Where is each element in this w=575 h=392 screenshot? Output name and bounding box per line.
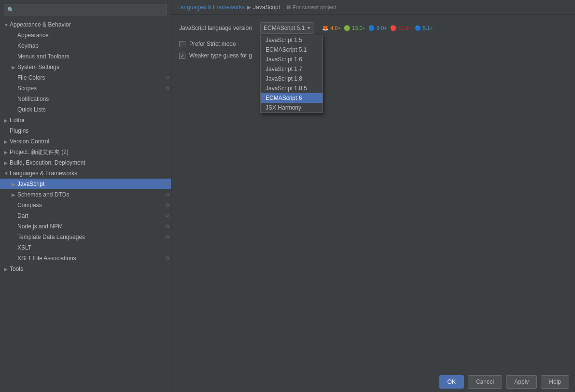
sidebar-label-xslt-file-assoc: XSLT File Associations [17, 255, 164, 262]
copy-icon-schemas-dtds: ⧉ [166, 192, 169, 197]
sidebar-item-xslt[interactable]: XSLT [0, 242, 171, 253]
project-label: For current project [293, 4, 336, 10]
sidebar-item-menus-toolbars[interactable]: Menus and Toolbars [0, 51, 171, 62]
bottom-bar: OK Cancel Apply Help [171, 371, 575, 392]
dropdown-option-ecmascript-5.1[interactable]: ECMAScript 5.1 [261, 45, 323, 55]
sidebar-label-compass: Compass [17, 202, 164, 209]
sidebar-label-keymap: Keymap [17, 42, 169, 49]
sidebar-item-template-data[interactable]: Template Data Languages⧉ [0, 232, 171, 242]
dropdown-option-ecmascript-6[interactable]: ECMAScript 6 [261, 93, 323, 103]
dropdown-menu: JavaScript 1.5ECMAScript 5.1JavaScript 1… [260, 35, 323, 113]
sidebar-label-appearance-behavior: Appearance & Behavior [10, 21, 169, 28]
weaker-type-checkbox[interactable] [179, 53, 185, 59]
sidebar-item-appearance-behavior[interactable]: ▼Appearance & Behavior [0, 19, 171, 30]
sidebar-item-xslt-file-assoc[interactable]: XSLT File Associations⧉ [0, 253, 171, 264]
sidebar-item-project[interactable]: ▶Project: 新建文件夹 (2) [0, 147, 171, 157]
sidebar-item-appearance[interactable]: Appearance [0, 30, 171, 41]
tree-arrow-system-settings: ▶ [12, 65, 17, 70]
sidebar-label-tools: Tools [10, 266, 169, 272]
breadcrumb-separator: ▶ [247, 4, 251, 11]
sidebar-item-dart[interactable]: Dart⧉ [0, 210, 171, 221]
sidebar-item-notifications[interactable]: Notifications [0, 94, 171, 104]
search-input[interactable] [16, 6, 164, 13]
dropdown-option-javascript-1.8[interactable]: JavaScript 1.8 [261, 74, 323, 84]
monitor-icon: 🖥 [286, 4, 291, 10]
sidebar-item-schemas-dtds[interactable]: ▶Schemas and DTDs⧉ [0, 189, 171, 200]
sidebar-label-scopes: Scopes [17, 85, 164, 92]
copy-icon-file-colors: ⧉ [166, 75, 169, 81]
sidebar-item-build[interactable]: ▶Build, Execution, Deployment [0, 157, 171, 168]
sidebar-label-project: Project: 新建文件夹 (2) [10, 148, 169, 156]
browser-icons: 🦊 4.0+ 🟢 13.0+ 🔵 9.0+ 🔴 11.6+ 🔵 5.1+ [322, 25, 433, 31]
tree-arrow-version-control: ▶ [4, 139, 10, 144]
sidebar-label-plugins: Plugins [10, 127, 169, 134]
sidebar-item-quick-lists[interactable]: Quick Lists [0, 104, 171, 115]
sidebar-item-editor[interactable]: ▶Editor [0, 115, 171, 126]
sidebar-label-file-colors: File Colors [17, 74, 164, 81]
copy-icon-scopes: ⧉ [166, 85, 169, 91]
sidebar-label-notifications: Notifications [17, 96, 169, 102]
sidebar-item-system-settings[interactable]: ▶System Settings [0, 62, 171, 72]
sidebar-item-languages-frameworks[interactable]: ▼Languages & Frameworks [0, 168, 171, 179]
copy-icon-template-data: ⧉ [166, 234, 169, 240]
for-current-project: 🖥 For current project [286, 4, 336, 10]
js-version-row: JavaScript language version ECMAScript 5… [179, 22, 567, 34]
dropdown-option-jsx-harmony[interactable]: JSX Harmony [261, 103, 323, 112]
cancel-button[interactable]: Cancel [468, 375, 502, 389]
dropdown-value: ECMAScript 5.1 [264, 25, 305, 31]
copy-icon-dart: ⧉ [166, 213, 169, 219]
sidebar-item-plugins[interactable]: Plugins [0, 126, 171, 136]
breadcrumb-bar: Languages & Frameworks ▶ JavaScript 🖥 Fo… [171, 0, 575, 14]
sidebar-label-javascript: JavaScript [17, 181, 164, 187]
sidebar-label-nodejs-npm: Node.js and NPM [17, 223, 164, 230]
sidebar-label-menus-toolbars: Menus and Toolbars [17, 53, 169, 60]
chrome-badge: 🟢 13.0+ [344, 25, 365, 31]
sidebar-item-nodejs-npm[interactable]: Node.js and NPM⧉ [0, 221, 171, 232]
sidebar-item-tools[interactable]: ▶Tools [0, 264, 171, 274]
ok-button[interactable]: OK [439, 375, 464, 389]
tree-arrow-schemas-dtds: ▶ [12, 192, 17, 197]
sidebar-item-file-colors[interactable]: File Colors⧉ [0, 72, 171, 83]
sidebar-label-system-settings: System Settings [17, 64, 169, 70]
sidebar-item-scopes[interactable]: Scopes⧉ [0, 83, 171, 94]
apply-button[interactable]: Apply [506, 375, 537, 389]
prefer-strict-checkbox[interactable] [179, 41, 185, 47]
breadcrumb-current: JavaScript [253, 4, 280, 11]
breadcrumb-parent[interactable]: Languages & Frameworks [177, 4, 245, 11]
copy-icon-xslt-file-assoc: ⧉ [166, 255, 169, 261]
weaker-type-label: Weaker type guess for g [189, 52, 252, 59]
safari-badge: 🔵 5.1+ [415, 25, 434, 31]
sidebar-label-version-control: Version Control [10, 138, 169, 145]
tree-arrow-project: ▶ [4, 150, 10, 155]
js-version-dropdown[interactable]: ECMAScript 5.1 ▼ [260, 22, 314, 34]
content-body: JavaScript language version ECMAScript 5… [171, 14, 575, 371]
sidebar-item-version-control[interactable]: ▶Version Control [0, 136, 171, 147]
help-button[interactable]: Help [541, 375, 569, 389]
sidebar-label-template-data: Template Data Languages [17, 234, 164, 240]
sidebar-item-compass[interactable]: Compass⧉ [0, 200, 171, 210]
chevron-down-icon: ▼ [307, 26, 311, 30]
tree-arrow-javascript: ▶ [12, 182, 17, 187]
js-version-label: JavaScript language version [179, 25, 256, 31]
ie-badge: 🔵 9.0+ [368, 25, 387, 31]
sidebar: 🔍 ▼Appearance & BehaviorAppearanceKeymap… [0, 0, 171, 392]
tree-arrow-editor: ▶ [4, 118, 10, 123]
search-box[interactable]: 🔍 [4, 4, 167, 15]
prefer-strict-row: Prefer Strict mode [179, 41, 567, 47]
sidebar-label-dart: Dart [17, 212, 164, 219]
copy-icon-compass: ⧉ [166, 202, 169, 208]
tree-arrow-build: ▶ [4, 160, 10, 166]
sidebar-item-keymap[interactable]: Keymap [0, 41, 171, 51]
opera-badge: 🔴 11.6+ [390, 25, 412, 31]
sidebar-label-xslt: XSLT [17, 244, 169, 251]
dropdown-option-javascript-1.6[interactable]: JavaScript 1.6 [261, 55, 323, 64]
sidebar-item-javascript[interactable]: ▶JavaScript⧉ [0, 179, 171, 189]
copy-icon-nodejs-npm: ⧉ [166, 224, 169, 229]
dropdown-option-javascript-1.5[interactable]: JavaScript 1.5 [261, 35, 323, 45]
firefox-badge: 🦊 4.0+ [322, 25, 341, 31]
js-version-dropdown-wrapper: ECMAScript 5.1 ▼ JavaScript 1.5ECMAScrip… [260, 22, 314, 34]
tree-arrow-tools: ▶ [4, 266, 10, 272]
tree-arrow-appearance-behavior: ▼ [4, 22, 10, 28]
dropdown-option-javascript-1.7[interactable]: JavaScript 1.7 [261, 64, 323, 74]
dropdown-option-javascript-1.8.5[interactable]: JavaScript 1.8.5 [261, 84, 323, 93]
